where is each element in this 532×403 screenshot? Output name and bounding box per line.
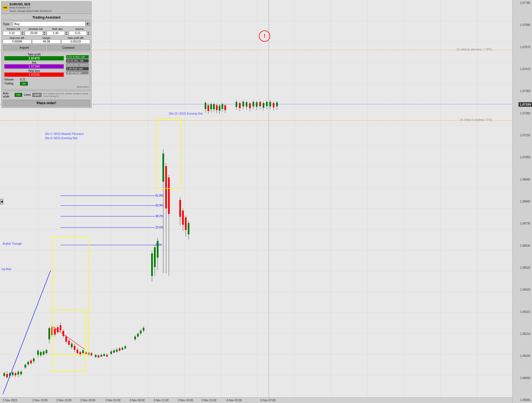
svg-rect-140 — [185, 217, 187, 230]
svg-rect-124 — [151, 253, 153, 276]
price-5: 1.07365 — [513, 90, 531, 93]
import-button[interactable]: Import! — [3, 45, 46, 50]
risk-info-boxes: 0.10 % Rel. risk 20.00 Abs. risk 28.00 A… — [66, 53, 89, 77]
svg-rect-162 — [239, 103, 241, 108]
svg-rect-108 — [116, 349, 118, 352]
absolute-risk-input-group[interactable]: 20.00 ▲ ▼ — [25, 31, 46, 35]
svg-rect-54 — [37, 351, 39, 355]
trading-assistant-panel: ME EURUSD, M15 Meta Extender 2.0 Never c… — [1, 1, 91, 108]
svg-rect-112 — [122, 348, 123, 350]
lines-note: (For trailing stop loss, please configur… — [43, 92, 90, 97]
price-18: 1.06000 — [513, 377, 531, 380]
relative-risk-up[interactable]: ▲ — [21, 31, 24, 33]
svg-rect-46 — [24, 365, 26, 368]
scroll-left-arrow[interactable]: ◀ — [0, 199, 3, 204]
risk-headers-row: Relative risk Absolute risk Risk ratio V… — [3, 28, 90, 30]
risk-ratio-box: 1.40 Risk ratio — [66, 67, 89, 70]
svg-rect-92 — [91, 353, 92, 355]
price-8: 1.07050 — [513, 156, 531, 159]
annotation-bullish-triangle: Bullish Triangle — [3, 242, 22, 245]
svg-text:61.8%: 61.8% — [155, 194, 163, 197]
pattern-box-2 — [52, 237, 89, 355]
svg-rect-138 — [182, 211, 184, 225]
volume-up[interactable]: ▲ — [87, 31, 90, 33]
svg-text:38.2%: 38.2% — [155, 215, 163, 218]
risk-ratio-down[interactable]: ▼ — [65, 33, 68, 35]
stop-loss-diff-value: 0.00095 — [3, 39, 32, 44]
time-label-8: 3 Nov 21:00 — [201, 399, 216, 402]
svg-rect-110 — [119, 348, 120, 351]
time-axis: 2 Nov 2023 2 Nov 10:00 2 Nov 15:00 2 Nov… — [0, 397, 512, 403]
type-select[interactable]: Buy ▼ — [13, 21, 90, 26]
svg-rect-104 — [110, 351, 112, 354]
svg-rect-158 — [224, 105, 226, 110]
svg-rect-160 — [236, 102, 237, 107]
svg-rect-116 — [134, 337, 136, 339]
panel-subtitle-2: Never change MetaTrader timeframe! — [10, 10, 52, 13]
relative-risk-input-group[interactable]: 0.10 ▲ ▼ — [3, 31, 24, 35]
svg-rect-36 — [9, 373, 11, 376]
svg-text:0.0%: 0.0% — [155, 243, 162, 246]
svg-rect-172 — [256, 102, 258, 107]
risk-ratio-input-group[interactable]: 1.40 ▲ ▼ — [47, 31, 68, 35]
vol-order-value: 0.21 — [20, 78, 25, 81]
svg-rect-100 — [103, 354, 105, 356]
risk-margin-box: 45.08 Margin — [66, 71, 89, 74]
svg-rect-98 — [100, 355, 102, 357]
place-order-button[interactable]: Place order! — [3, 100, 90, 106]
take-profit-order-value: 1.07473 — [4, 56, 64, 61]
risk-ratio-spinners[interactable]: ▲ ▼ — [64, 31, 68, 35]
absolute-risk-spinners[interactable]: ▲ ▼ — [43, 31, 46, 35]
ask-order-label: Ask — [4, 61, 64, 64]
trailing-toggle[interactable]: ON — [20, 82, 28, 86]
risk-inputs-row: 0.10 ▲ ▼ 20.00 ▲ ▼ 1.40 ▲ ▼ — [3, 31, 90, 35]
margin-value: 45.08 — [32, 39, 61, 44]
volume-spinners[interactable]: ▲ ▼ — [86, 31, 90, 35]
panel-title-block: EURUSD, M15 Meta Extender 2.0 Never chan… — [10, 2, 52, 13]
absolute-risk-value: 20.00 — [25, 32, 43, 35]
price-15: 1.06315 — [513, 310, 531, 313]
svg-rect-42 — [17, 372, 19, 375]
risk-ratio-value: 1.40 — [47, 32, 64, 35]
absolute-risk-down[interactable]: ▼ — [43, 33, 46, 35]
svg-rect-184 — [276, 103, 278, 106]
price-19: 1.05895 — [513, 398, 531, 402]
svg-rect-114 — [124, 346, 126, 348]
margin-label: Margin — [43, 37, 50, 39]
svg-rect-34 — [6, 374, 8, 377]
annotation-evening-star-9: (No:9 / M15) Evening Star — [45, 137, 78, 140]
risk-ratio-up[interactable]: ▲ — [65, 31, 68, 33]
time-label-4: 3 Nov 01:00 — [105, 399, 120, 402]
svg-rect-154 — [219, 106, 220, 111]
connect-button[interactable]: Connect! — [47, 45, 90, 50]
auto-scale-toggle[interactable]: ON — [15, 93, 23, 97]
volume-down[interactable]: ▼ — [87, 33, 90, 35]
absolute-risk-header: Absolute risk — [25, 28, 46, 30]
price-4: 1.07470 — [513, 68, 531, 71]
svg-rect-96 — [98, 355, 99, 357]
time-label-3: 2 Nov 20:00 — [80, 399, 95, 402]
order-section: Take profit 1.07473 Ask 1.07340 Stop los… — [3, 52, 90, 90]
tp-line-label: #1 initial tp (dynamic = OFF) — [457, 48, 492, 51]
type-select-dropdown-arrow[interactable]: ▼ — [85, 21, 90, 26]
section-title: Trading Assistant — [3, 15, 90, 20]
price-13: 1.06525 — [513, 266, 531, 269]
lines-label: Lines — [24, 93, 31, 96]
price-10: 1.06840 — [513, 200, 531, 203]
lines-toggle[interactable]: OFF — [32, 93, 41, 97]
auto-scale-label: Auto scale — [3, 92, 13, 98]
absolute-risk-up[interactable]: ▲ — [43, 31, 46, 33]
estimation-note: (Estimation) — [4, 86, 89, 88]
relative-risk-down[interactable]: ▼ — [21, 33, 24, 35]
svg-rect-60 — [46, 350, 47, 353]
svg-text:50.9%: 50.9% — [155, 204, 163, 207]
svg-rect-94 — [95, 355, 97, 357]
relative-risk-value: 0.10 — [3, 32, 21, 35]
volume-input-group[interactable]: 0.21 ▲ ▼ — [69, 31, 90, 35]
svg-rect-126 — [154, 247, 156, 267]
ask-order-value: 1.07340 — [4, 64, 64, 69]
price-12: 1.06630 — [513, 244, 531, 247]
relative-risk-spinners[interactable]: ▲ ▼ — [21, 31, 24, 35]
take-profit-order-label: Take profit — [4, 53, 64, 56]
pattern-box-3 — [156, 118, 182, 189]
